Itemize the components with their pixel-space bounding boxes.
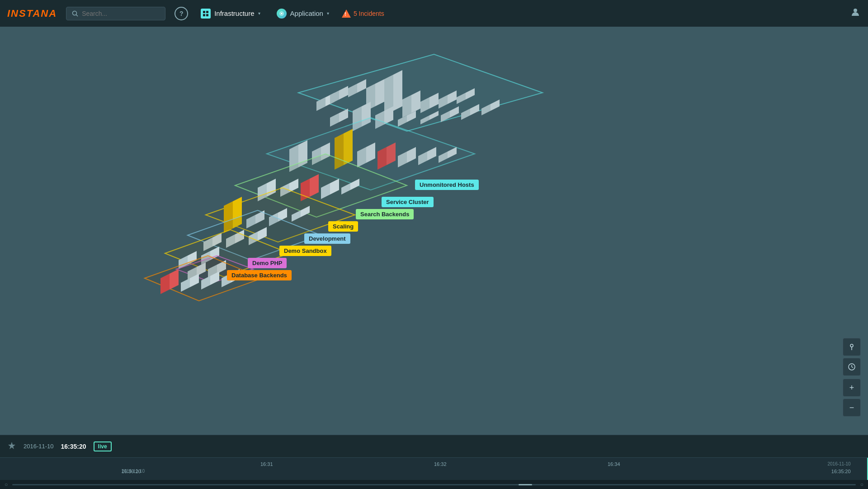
- logo[interactable]: INSTANA: [7, 8, 57, 19]
- timeline-time-3: 16:32: [434, 461, 447, 467]
- svg-point-162: [850, 344, 853, 347]
- isometric-visualization: [0, 27, 868, 435]
- scroll-bar[interactable]: ○ ○: [0, 480, 868, 489]
- search-box[interactable]: [66, 7, 165, 20]
- svg-marker-73: [344, 129, 353, 165]
- scroll-track[interactable]: [12, 484, 856, 485]
- infrastructure-chevron: ▾: [258, 11, 260, 16]
- help-label: ?: [179, 10, 184, 17]
- svg-rect-5: [206, 14, 208, 16]
- search-icon: [72, 10, 78, 17]
- timeline-time-end: 16:35:20: [831, 469, 851, 474]
- svg-rect-4: [203, 14, 205, 16]
- svg-marker-26: [393, 70, 402, 111]
- alert-icon: [342, 9, 351, 18]
- application-label: Application: [290, 9, 323, 17]
- tool-controls: [843, 338, 861, 376]
- nav-infrastructure[interactable]: Infrastructure ▾: [197, 7, 264, 20]
- application-icon: [277, 9, 287, 19]
- main-canvas[interactable]: Unmonitored Hosts Service Cluster Search…: [0, 27, 868, 489]
- live-badge[interactable]: live: [94, 442, 112, 451]
- search-input[interactable]: [82, 10, 154, 17]
- infrastructure-label: Infrastructure: [214, 9, 254, 17]
- zoom-out-button[interactable]: −: [843, 399, 861, 417]
- help-button[interactable]: ?: [175, 7, 188, 20]
- current-date: 2016-11-10: [24, 443, 54, 450]
- infrastructure-icon: [201, 9, 211, 19]
- zoom-controls: + −: [843, 379, 861, 417]
- label-scaling[interactable]: Scaling: [328, 221, 358, 232]
- svg-point-0: [73, 11, 77, 15]
- incidents-badge[interactable]: 5 Incidents: [342, 9, 384, 18]
- svg-line-166: [852, 367, 853, 368]
- infrastructure-scene[interactable]: Unmonitored Hosts Service Cluster Search…: [0, 27, 868, 435]
- svg-rect-2: [203, 11, 205, 13]
- label-demo-sandbox[interactable]: Demo Sandbox: [279, 246, 331, 256]
- scroll-left-icon: ○: [5, 481, 8, 488]
- timeline-time-4: 16:34: [608, 461, 620, 467]
- scroll-thumb[interactable]: [519, 484, 532, 485]
- svg-marker-23: [375, 79, 384, 106]
- timeline-bar: 2016-11-10 16:35:20 live 2016-11-10 16:3…: [0, 435, 868, 489]
- timeline-time-2: 16:31: [260, 461, 273, 467]
- label-database-backends[interactable]: Database Backends: [227, 270, 292, 280]
- time-icon: [7, 441, 16, 452]
- current-time: 16:35:20: [61, 443, 86, 450]
- header: INSTANA ? Infrastructure ▾ A: [0, 0, 868, 27]
- label-unmonitored-hosts[interactable]: Unmonitored Hosts: [415, 180, 479, 190]
- application-chevron: ▾: [327, 11, 329, 16]
- label-demo-php[interactable]: Demo PHP: [248, 258, 287, 268]
- timeline-ruler[interactable]: 2016-11-10 16:30:20 16:31 16:32 16:34 20…: [0, 458, 868, 480]
- label-service-cluster[interactable]: Service Cluster: [382, 197, 434, 207]
- timeline-top: 2016-11-10 16:35:20 live: [0, 435, 868, 458]
- svg-point-7: [281, 13, 283, 14]
- timeline-time-1: 16:30:20: [122, 469, 141, 474]
- svg-line-1: [76, 14, 78, 16]
- user-icon[interactable]: [850, 7, 861, 20]
- svg-rect-3: [206, 11, 208, 13]
- zoom-in-button[interactable]: +: [843, 379, 861, 397]
- svg-marker-167: [8, 442, 15, 449]
- pin-tool-button[interactable]: [843, 338, 861, 356]
- label-search-backends[interactable]: Search Backends: [356, 209, 414, 219]
- scroll-right-icon: ○: [860, 481, 863, 488]
- clock-tool-button[interactable]: [843, 358, 861, 376]
- nav-application[interactable]: Application ▾: [273, 7, 333, 20]
- label-development[interactable]: Development: [304, 233, 350, 244]
- svg-point-8: [854, 9, 857, 12]
- incidents-label: 5 Incidents: [354, 10, 384, 17]
- timeline-date-end: 2016-11-10: [827, 461, 850, 466]
